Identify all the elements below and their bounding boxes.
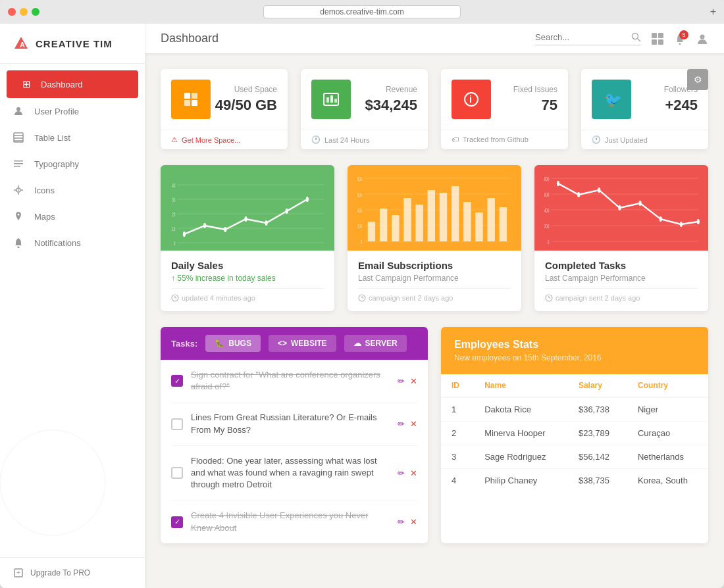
employees-table-header: ID Name Salary Country: [441, 374, 708, 397]
cell-name: Sage Rodriguez: [474, 445, 568, 469]
stat-card-top-revenue: Revenue $34,245: [301, 69, 428, 130]
stat-footer-text-revenue: Last 24 Hours: [324, 136, 369, 144]
sidebar-item-user-profile[interactable]: User Profile: [0, 98, 145, 124]
task-delete-0[interactable]: ✕: [410, 376, 417, 386]
user-avatar-icon[interactable]: [696, 33, 708, 45]
notifications-bell-icon[interactable]: 5: [674, 33, 686, 45]
svg-text:6a: 6a: [679, 249, 683, 256]
upgrade-button[interactable]: + Upgrade To PRO: [0, 557, 145, 588]
svg-point-113: [638, 201, 641, 206]
svg-point-116: [697, 219, 700, 224]
svg-text:800: 800: [544, 176, 550, 182]
svg-text:600: 600: [544, 191, 550, 198]
table-icon: [13, 132, 26, 143]
email-subscriptions-subtitle: Last Campaign Performance: [358, 274, 511, 283]
svg-text:A: A: [406, 249, 408, 256]
employees-subtitle: New employees on 15th September, 2016: [454, 353, 695, 362]
svg-rect-75: [403, 198, 411, 241]
svg-text:20: 20: [172, 211, 175, 218]
cell-salary: $23,789: [568, 422, 627, 445]
svg-text:10: 10: [172, 226, 175, 232]
sidebar-label-icons: Icons: [34, 185, 55, 195]
email-subscriptions-info: Email Subscriptions Last Campaign Perfor…: [348, 251, 521, 311]
task-checkbox-1[interactable]: [171, 418, 183, 430]
stat-footer-text-used-space[interactable]: Get More Space...: [182, 136, 240, 144]
cell-id: 1: [441, 397, 474, 422]
cell-salary: $56,142: [568, 445, 627, 469]
brand: A CREATIVE TIM: [0, 24, 145, 64]
stat-info-used-space: Used Space 49/50 GB: [215, 85, 277, 114]
tasks-tab-bugs[interactable]: 🐛 BUGS: [205, 335, 261, 352]
svg-text:12p: 12p: [556, 249, 561, 256]
chart-card-daily-sales: 40 30 20 10 0: [161, 165, 334, 311]
task-delete-2[interactable]: ✕: [410, 468, 417, 478]
task-checkbox-0[interactable]: ✓: [171, 375, 183, 387]
svg-point-110: [577, 192, 580, 197]
tasks-tab-website[interactable]: <> WEBSITE: [269, 335, 336, 352]
stat-card-footer-followers: 🕐 Just Updated: [581, 130, 708, 149]
cell-country: Niger: [627, 397, 708, 422]
cell-id: 4: [441, 469, 474, 493]
svg-rect-27: [192, 100, 197, 106]
sidebar-item-maps[interactable]: Maps: [0, 203, 145, 230]
daily-sales-footer: updated 4 minutes ago: [171, 288, 324, 302]
daily-sales-footer-text: updated 4 minutes ago: [182, 294, 255, 302]
gear-settings-button[interactable]: ⚙: [687, 69, 708, 90]
sidebar-item-table-list[interactable]: Table List: [0, 124, 145, 151]
cell-name: Dakota Rice: [474, 397, 568, 422]
task-delete-1[interactable]: ✕: [410, 419, 417, 429]
sidebar-item-dashboard[interactable]: ⊞ Dashboard: [7, 70, 138, 98]
content-area: Used Space 49/50 GB ⚠ Get More Space...: [145, 53, 724, 588]
maximize-button[interactable]: [32, 8, 39, 16]
task-edit-0[interactable]: ✏: [398, 376, 405, 386]
completed-tasks-footer: campaign sent 2 days ago: [545, 288, 698, 302]
task-edit-2[interactable]: ✏: [398, 468, 405, 478]
warning-icon: ⚠: [171, 135, 178, 144]
task-checkbox-2[interactable]: [171, 467, 183, 479]
svg-point-17: [18, 247, 20, 249]
cell-country: Korea, South: [627, 469, 708, 493]
task-checkbox-3[interactable]: ✓: [171, 516, 183, 528]
daily-sales-chart: 40 30 20 10 0: [161, 165, 334, 251]
employees-header: Employees Stats New employees on 15th Se…: [441, 327, 708, 374]
table-row: 2Minerva Hooper$23,789Curaçao: [441, 422, 708, 445]
page-title: Dashboard: [161, 32, 219, 45]
stat-value-revenue: $34,245: [365, 97, 417, 114]
search-form: [535, 32, 641, 45]
svg-rect-82: [487, 198, 494, 241]
svg-point-50: [286, 208, 288, 214]
col-header-name: Name: [474, 374, 568, 397]
task-delete-3[interactable]: ✕: [410, 517, 417, 527]
tasks-tab-server[interactable]: ☁ SERVER: [344, 335, 407, 352]
close-button[interactable]: [8, 8, 16, 16]
svg-text:9a: 9a: [696, 249, 700, 256]
new-tab-button[interactable]: +: [710, 6, 716, 18]
svg-line-21: [638, 38, 641, 41]
fixed-issues-icon: i: [452, 80, 491, 119]
search-input[interactable]: [535, 32, 627, 42]
maps-icon: [13, 211, 26, 222]
minimize-button[interactable]: [20, 8, 28, 16]
cell-id: 2: [441, 422, 474, 445]
task-edit-1[interactable]: ✏: [398, 419, 405, 429]
svg-rect-77: [428, 190, 435, 241]
stat-cards-section: Used Space 49/50 GB ⚠ Get More Space...: [161, 69, 708, 149]
grid-icon[interactable]: [652, 33, 663, 45]
stat-value-used-space: 49/50 GB: [215, 97, 277, 114]
sidebar-item-typography[interactable]: Typography: [0, 151, 145, 177]
icons-icon: [13, 185, 26, 195]
svg-text:12p: 12p: [638, 249, 643, 256]
svg-text:i: i: [469, 94, 472, 105]
sidebar-item-icons[interactable]: Icons: [0, 177, 145, 203]
svg-point-115: [680, 222, 683, 227]
sidebar-item-notifications[interactable]: Notifications: [0, 230, 145, 256]
stat-footer-text-followers: Just Updated: [605, 136, 648, 144]
table-row: 1Dakota Rice$36,738Niger: [441, 397, 708, 422]
sidebar-label-user-profile: User Profile: [34, 107, 79, 116]
revenue-icon: [311, 80, 351, 119]
used-space-icon: [171, 80, 211, 119]
bugs-icon: 🐛: [215, 339, 224, 348]
stat-card-fixed-issues: i Fixed Issues 75 🏷 Tracked from Github: [441, 69, 568, 149]
task-edit-3[interactable]: ✏: [398, 517, 405, 527]
url-bar[interactable]: demos.creative-tim.com: [263, 5, 461, 18]
